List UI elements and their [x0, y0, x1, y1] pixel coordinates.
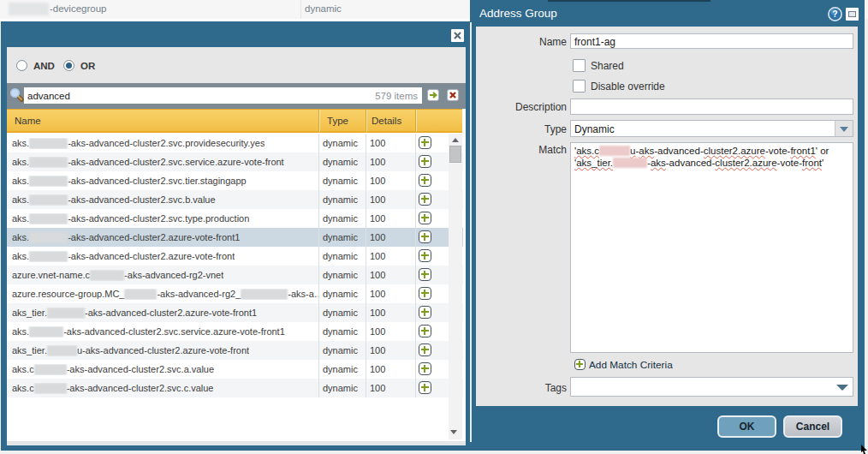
svg-text:?: ?: [832, 9, 837, 19]
